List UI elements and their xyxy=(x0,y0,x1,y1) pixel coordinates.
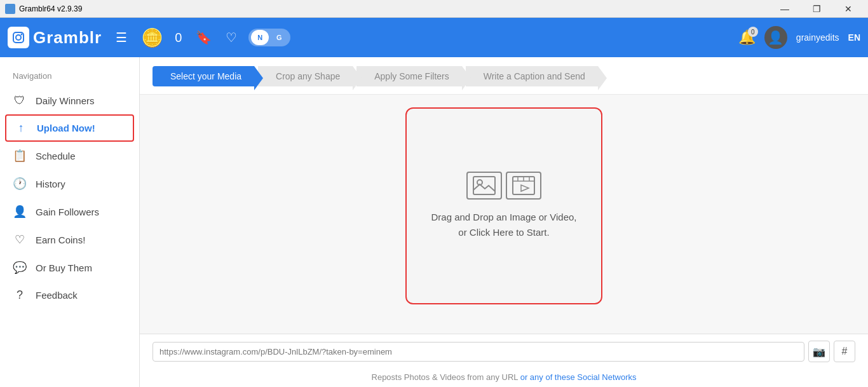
dropzone[interactable]: Drag and Drop an Image or Video, or Clic… xyxy=(405,107,602,304)
svg-rect-3 xyxy=(473,177,495,194)
svg-point-1 xyxy=(16,35,21,40)
step-arrow xyxy=(462,66,471,90)
username[interactable]: grainyedits xyxy=(796,32,839,43)
upload-icon: ↑ xyxy=(14,121,28,135)
sidebar: Navigation 🛡 Daily Winners ↑ Upload Now!… xyxy=(0,57,140,387)
schedule-icon: 📋 xyxy=(13,149,27,163)
url-section: 📷 # Reposts Photos & Videos from any URL… xyxy=(140,334,868,387)
followers-icon: 👤 xyxy=(13,205,27,219)
shield-icon: 🛡 xyxy=(13,94,27,107)
sidebar-item-schedule[interactable]: 📋 Schedule xyxy=(0,142,139,170)
titlebar: Gramblr64 v2.9.39 — ❐ ✕ xyxy=(0,0,868,18)
image-icon xyxy=(466,172,502,200)
logo-icon xyxy=(8,27,29,48)
language-selector[interactable]: EN xyxy=(848,32,860,43)
sidebar-item-buy-them[interactable]: 💬 Or Buy Them xyxy=(0,254,139,282)
dropzone-container: Drag and Drop an Image or Video, or Clic… xyxy=(140,95,868,334)
close-button[interactable]: ✕ xyxy=(834,0,863,18)
url-camera-button[interactable]: 📷 xyxy=(808,341,830,362)
dropzone-text: Drag and Drop an Image or Video, or Clic… xyxy=(431,210,576,240)
sidebar-item-label: Or Buy Them xyxy=(36,262,92,273)
sidebar-item-history[interactable]: 🕐 History xyxy=(0,170,139,198)
dropzone-line1: Drag and Drop an Image or Video, xyxy=(431,212,576,222)
sidebar-item-label: Daily Winners xyxy=(36,95,95,106)
svg-marker-10 xyxy=(521,185,529,191)
sidebar-item-label: History xyxy=(36,179,65,189)
app-icon xyxy=(5,4,15,14)
sidebar-item-label: Schedule xyxy=(36,151,76,161)
step-write-caption[interactable]: Write a Caption and Send xyxy=(466,66,598,86)
step-apply-filters[interactable]: Apply Some Filters xyxy=(356,66,461,86)
svg-point-2 xyxy=(21,34,23,36)
url-bar: 📷 # xyxy=(140,334,868,369)
sidebar-item-feedback[interactable]: ? Feedback xyxy=(0,282,139,309)
buy-icon: 💬 xyxy=(13,261,27,275)
sidebar-item-daily-winners[interactable]: 🛡 Daily Winners xyxy=(0,87,139,114)
menu-button[interactable]: ☰ xyxy=(111,27,132,48)
avatar[interactable]: 👤 xyxy=(764,26,787,49)
dropzone-icons xyxy=(466,172,541,200)
mode-toggle[interactable]: N G xyxy=(248,29,290,46)
bell-badge: 0 xyxy=(748,27,758,37)
bell-button[interactable]: 🔔 0 xyxy=(738,29,756,46)
header-right: 🔔 0 👤 grainyedits EN xyxy=(738,26,860,49)
titlebar-controls: — ❐ ✕ xyxy=(770,0,863,18)
sidebar-section-label: Navigation xyxy=(0,66,139,87)
history-icon: 🕐 xyxy=(13,177,27,191)
step-label: Write a Caption and Send xyxy=(484,71,585,81)
feedback-icon: ? xyxy=(13,289,27,302)
sidebar-item-label: Gain Followers xyxy=(36,207,99,217)
toggle-n[interactable]: N xyxy=(251,30,269,45)
url-hint: Reposts Photos & Videos from any URL or … xyxy=(140,369,868,387)
content-area: Select your Media Crop any Shape Apply S… xyxy=(140,57,868,387)
minimize-button[interactable]: — xyxy=(770,0,799,18)
url-input[interactable] xyxy=(153,342,804,362)
main-layout: Navigation 🛡 Daily Winners ↑ Upload Now!… xyxy=(0,57,868,387)
logo: Gramblr xyxy=(8,27,102,48)
maximize-button[interactable]: ❐ xyxy=(802,0,831,18)
step-crop-shape[interactable]: Crop any Shape xyxy=(258,66,353,86)
heart-icon: ♡ xyxy=(13,233,27,247)
url-hint-text: Reposts Photos & Videos from any URL xyxy=(372,372,519,382)
sidebar-item-label: Feedback xyxy=(36,290,78,301)
sidebar-item-label: Upload Now! xyxy=(37,123,95,133)
step-label: Crop any Shape xyxy=(276,71,340,81)
logo-text: Gramblr xyxy=(33,28,102,48)
coins-icon[interactable]: 🪙 xyxy=(141,27,163,48)
sidebar-item-upload-now[interactable]: ↑ Upload Now! xyxy=(5,114,134,142)
titlebar-left: Gramblr64 v2.9.39 xyxy=(5,4,82,14)
step-label: Apply Some Filters xyxy=(374,71,449,81)
step-select-media[interactable]: Select your Media xyxy=(153,66,254,86)
url-hash-button[interactable]: # xyxy=(834,341,855,362)
steps-bar: Select your Media Crop any Shape Apply S… xyxy=(140,57,868,95)
bookmark-button[interactable]: 🔖 xyxy=(193,27,214,48)
titlebar-title: Gramblr64 v2.9.39 xyxy=(19,4,82,13)
step-label: Select your Media xyxy=(170,71,241,81)
header: Gramblr ☰ 🪙 0 🔖 ♡ N G 🔔 0 👤 grainyedits … xyxy=(0,18,868,57)
sidebar-item-label: Earn Coins! xyxy=(36,234,85,245)
video-icon xyxy=(506,172,541,200)
sidebar-item-earn-coins[interactable]: ♡ Earn Coins! xyxy=(0,226,139,254)
heart-button[interactable]: ♡ xyxy=(223,27,240,48)
step-arrow xyxy=(598,66,607,90)
sidebar-item-gain-followers[interactable]: 👤 Gain Followers xyxy=(0,198,139,226)
dropzone-line2: or Click Here to Start. xyxy=(458,227,549,238)
coins-count: 0 xyxy=(172,31,184,45)
url-hint-link[interactable]: or any of these Social Networks xyxy=(520,372,637,382)
step-arrow xyxy=(254,66,263,90)
toggle-g[interactable]: G xyxy=(270,30,288,45)
step-arrow xyxy=(353,66,362,90)
